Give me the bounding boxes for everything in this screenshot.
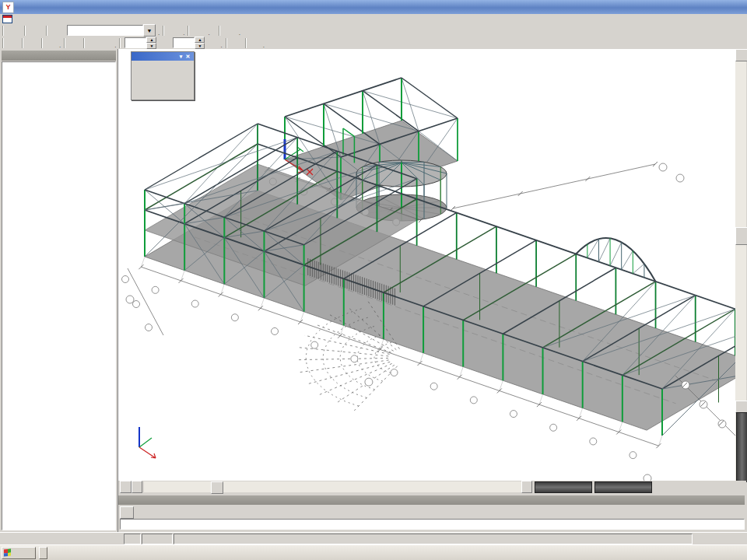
- toolbar-group-edit: [28, 25, 42, 37]
- toolbar-separator: [188, 26, 189, 36]
- command-input-wrap: [120, 519, 745, 530]
- stepper-down-icon[interactable]: ▼: [146, 43, 156, 49]
- stepper-down-icon[interactable]: ▼: [195, 43, 205, 49]
- stepper-up-icon[interactable]: ▲: [146, 37, 156, 43]
- project-combo: ▼: [67, 24, 156, 37]
- scroll-right-icon[interactable]: [521, 481, 532, 493]
- toolbar-group-display: [230, 37, 241, 49]
- sidebar-header[interactable]: [2, 51, 116, 61]
- toolbar-group-extra: [249, 37, 261, 49]
- sidebar-tree-panel: [2, 61, 116, 530]
- document-window-icon[interactable]: [2, 15, 12, 23]
- toolbar-separator: [219, 26, 220, 36]
- toolbar-separator: [226, 38, 227, 48]
- toolbar-separator: [163, 26, 164, 36]
- toolbar-group-erase: [87, 37, 99, 49]
- toolbar-group-select: [26, 37, 37, 49]
- docked-panel-edge-1: [535, 481, 592, 493]
- toolbar-separator: [46, 26, 47, 36]
- app-icon: Y: [2, 2, 14, 13]
- close-icon[interactable]: ✕: [184, 54, 191, 60]
- docked-panel-edge-2: [594, 481, 652, 493]
- toolbar-overflow-dot[interactable]: .: [208, 30, 209, 37]
- ansicht-palette: ▾ ✕: [131, 51, 195, 100]
- scroll-left-icon[interactable]: [132, 481, 142, 493]
- toolbar-separator: [119, 38, 121, 48]
- menu-tree: [2, 62, 115, 74]
- view-flags-toolbar: [120, 481, 132, 493]
- toolbar-group-tools: [191, 25, 205, 37]
- toolbar-separator: [22, 38, 23, 48]
- toolbar-separator: [245, 38, 247, 48]
- scale-stepper: ▲▼: [124, 37, 156, 49]
- taskbar-app-button[interactable]: [39, 547, 47, 559]
- toolbar-group-windows-gray: [68, 37, 79, 49]
- taskbar-buttons: [39, 547, 47, 559]
- status-spacer: [0, 534, 123, 544]
- snap-toolbar: [730, 506, 740, 516]
- model-3d-drawing[interactable]: [118, 49, 735, 481]
- scroll-down-icon[interactable]: [735, 401, 747, 413]
- toolbar-overflow-dot[interactable]: .: [220, 43, 222, 49]
- command-cursor-button[interactable]: [120, 506, 134, 519]
- sidebar-menubaum: [0, 49, 118, 532]
- taskbar: [0, 544, 747, 560]
- palette-row-zoom: [132, 73, 194, 86]
- toolbar-group-move: [45, 37, 57, 49]
- palette-titlebar[interactable]: ▾ ✕: [132, 52, 194, 61]
- docked-panel-edge-vertical: [736, 412, 747, 482]
- toolbar-group-view-windows: [223, 25, 237, 37]
- toolbar-separator: [83, 38, 85, 48]
- title-bar[interactable]: Y: [0, 0, 747, 14]
- application-window: Y ▼ . .: [0, 0, 747, 560]
- status-message: [174, 534, 693, 544]
- toolbar-standard: ▼ . . . .: [0, 24, 747, 37]
- toolbar-separator: [41, 38, 43, 48]
- toolbar-overflow-dot[interactable]: .: [114, 43, 116, 49]
- toolbar-group-members: [6, 37, 18, 49]
- windows-flag-icon: [4, 549, 11, 557]
- page-stepper: ▲▼: [173, 37, 205, 49]
- status-snap-mode[interactable]: [693, 534, 746, 544]
- toolbar-group-project: [167, 25, 181, 37]
- toolbar-overflow-dot[interactable]: .: [239, 30, 240, 37]
- menu-bar: [0, 14, 747, 25]
- status-units[interactable]: [124, 534, 141, 544]
- vertical-scroll-thumb[interactable]: [735, 227, 747, 245]
- toolbar-group-magnet: [158, 37, 170, 49]
- toolbar-modify: . . ▲▼ ▲▼ .: [0, 37, 747, 50]
- status-plane[interactable]: [142, 534, 173, 544]
- palette-row-render: [132, 86, 194, 100]
- toolbar-overflow-dot[interactable]: .: [263, 43, 265, 49]
- scroll-up-icon[interactable]: [735, 49, 747, 61]
- toolbar-overflow-dot[interactable]: .: [183, 30, 184, 37]
- status-bar: [0, 532, 747, 545]
- command-input[interactable]: [120, 519, 745, 530]
- toolbar-group-window: [50, 25, 64, 37]
- scale-stepper-input[interactable]: [124, 37, 146, 48]
- viewport-bottom-bar: [118, 481, 746, 493]
- toolbar-separator: [24, 26, 26, 36]
- command-panel: [117, 495, 747, 532]
- command-panel-header[interactable]: [118, 495, 745, 505]
- page-stepper-input[interactable]: [173, 37, 195, 48]
- project-combo-input[interactable]: [67, 25, 143, 36]
- toolbar-overflow-dot[interactable]: .: [59, 43, 61, 49]
- toolbar-separator: [2, 38, 4, 48]
- horizontal-scrollbar[interactable]: [144, 481, 521, 492]
- start-button[interactable]: [2, 547, 36, 559]
- toolbar-overflow-dot[interactable]: .: [158, 30, 160, 37]
- toolbar-separator: [2, 26, 4, 36]
- stepper-up-icon[interactable]: ▲: [195, 37, 205, 43]
- toolbar-group-file: [6, 25, 20, 37]
- toolbar-group-library: [100, 37, 112, 49]
- chevron-down-icon[interactable]: ▼: [143, 24, 156, 37]
- toolbar-group-zoomtools: [206, 37, 218, 49]
- horizontal-scroll-thumb[interactable]: [211, 481, 223, 494]
- palette-row-views: [132, 61, 194, 73]
- model-viewport[interactable]: ▾ ✕: [117, 49, 746, 493]
- chevron-down-icon[interactable]: ▾: [177, 54, 184, 60]
- toolbar-separator: [64, 38, 65, 48]
